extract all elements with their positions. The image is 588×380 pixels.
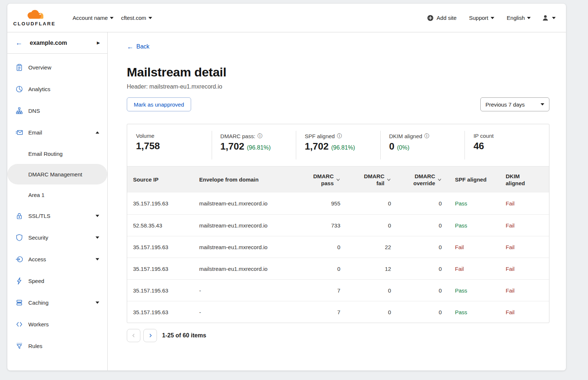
table-row[interactable]: 35.157.195.63 - 7 0 0 Pass Fail: [127, 279, 549, 301]
sidebar-item-analytics[interactable]: Analytics: [7, 78, 107, 100]
sidebar-item-email[interactable]: Email: [7, 122, 107, 143]
stat-label: Volume: [136, 133, 154, 139]
sidebar-item-label: DMARC Management: [28, 171, 99, 178]
info-icon[interactable]: ⓘ: [337, 133, 342, 139]
column-spf-aligned: SPF aligned: [444, 166, 499, 193]
table-row[interactable]: 35.157.195.63 mailstream-eu1.mxrecord.io…: [127, 193, 549, 214]
cell-dkim-aligned: Fail: [499, 280, 549, 301]
mark-as-unapproved-button[interactable]: Mark as unapproved: [127, 97, 191, 111]
cell-dmarc-pass: 7: [309, 280, 343, 301]
stat-label: DKIM aligned: [389, 133, 422, 139]
lock-icon: [15, 212, 23, 220]
table-row[interactable]: 35.157.195.63 mailstream-eu1.mxrecord.io…: [127, 236, 549, 258]
date-range-select[interactable]: Previous 7 days: [480, 97, 549, 111]
chevron-down-icon: [96, 301, 99, 304]
cell-spf-aligned: Fail: [444, 236, 499, 258]
main-content: ← Back Mailstream detail Header: mailstr…: [108, 32, 566, 370]
info-icon[interactable]: ⓘ: [258, 133, 263, 139]
chevron-down-icon: [541, 103, 544, 105]
cell-dmarc-fail: 0: [343, 215, 393, 236]
sidebar-item-workers[interactable]: Workers: [7, 313, 107, 335]
cell-envelope-from-domain: mailstream-eu1.mxrecord.io: [199, 193, 309, 214]
user-icon: [542, 14, 549, 22]
chevron-down-icon: [96, 215, 99, 217]
info-icon[interactable]: ⓘ: [424, 133, 430, 139]
support-menu[interactable]: Support: [465, 12, 498, 24]
column-dmarc-fail[interactable]: DMARC fail: [343, 166, 393, 193]
app-window: CLOUDFLARE Account name cftest.com Add s…: [7, 4, 566, 370]
chevron-down-icon: [96, 258, 99, 261]
table-row[interactable]: 35.157.195.63 mailstream-eu1.mxrecord.io…: [127, 258, 549, 279]
cell-dmarc-fail: 0: [343, 280, 393, 301]
cell-dmarc-fail: 0: [343, 193, 393, 214]
stat-label: DMARC pass:: [220, 133, 255, 139]
sidebar-item-label: Analytics: [28, 86, 99, 92]
sidebar-item-dmarc-management[interactable]: DMARC Management: [7, 164, 107, 184]
sidebar-item-rules[interactable]: Rules: [7, 335, 107, 357]
site-selector-menu[interactable]: cftest.com: [117, 12, 155, 24]
sidebar-item-label: Rules: [28, 343, 99, 349]
chevron-down-icon: [552, 17, 556, 19]
column-dmarc-pass[interactable]: DMARC pass: [309, 166, 343, 193]
expand-right-icon[interactable]: ▶: [97, 40, 100, 45]
table-header-row: Source IP Envelope from domain DMARC pas…: [127, 166, 549, 193]
previous-page-button[interactable]: [127, 329, 140, 342]
back-link[interactable]: ← Back: [127, 43, 150, 50]
chevron-down-icon: [96, 236, 99, 239]
sidebar-item-label: Email Routing: [28, 151, 99, 157]
sidebar-item-overview[interactable]: Overview: [7, 57, 107, 78]
sidebar-item-label: Caching: [28, 300, 96, 306]
add-site-label: Add site: [437, 15, 456, 21]
table-row[interactable]: 52.58.35.43 mailstream-eu1.mxrecord.io 7…: [127, 214, 549, 236]
stat-percentage: (96.81%): [331, 144, 355, 151]
cloudflare-wordmark: CLOUDFLARE: [13, 21, 56, 26]
sidebar-item-email-routing[interactable]: Email Routing: [7, 143, 107, 164]
user-account-menu[interactable]: [539, 11, 558, 25]
column-label: DMARC override: [409, 173, 435, 187]
clipboard-icon: [15, 64, 23, 71]
cell-dmarc-pass: 0: [309, 258, 343, 279]
table-row[interactable]: 35.157.195.63 - 7 0 0 Pass Fail: [127, 301, 549, 323]
sidebar-item-dns[interactable]: DNS: [7, 100, 107, 122]
sidebar-item-label: DNS: [28, 108, 99, 114]
stats-row: Volume 1,758 DMARC pass: ⓘ 1,702 (96.81%…: [127, 124, 549, 166]
add-site-button[interactable]: Add site: [423, 12, 460, 24]
cloudflare-logo[interactable]: CLOUDFLARE: [13, 9, 56, 26]
account-name-menu[interactable]: Account name: [69, 12, 118, 24]
cell-dkim-aligned: Fail: [499, 193, 549, 214]
cell-dmarc-override: 0: [393, 236, 444, 258]
sort-chevron-icon[interactable]: [386, 177, 392, 183]
sidebar-item-area-1[interactable]: Area 1: [7, 184, 107, 205]
email-icon: [15, 129, 23, 136]
sidebar-site-header[interactable]: ← example.com ▶: [7, 32, 107, 54]
back-arrow-icon: ←: [127, 43, 133, 50]
column-source-ip: Source IP: [127, 166, 199, 193]
sort-chevron-icon[interactable]: [335, 177, 341, 183]
back-arrow-icon[interactable]: ←: [15, 39, 22, 46]
cell-envelope-from-domain: mailstream-eu1.mxrecord.io: [199, 236, 309, 258]
stat-value: 46: [473, 140, 484, 152]
cell-spf-aligned: Pass: [444, 280, 499, 301]
column-envelope-from-domain: Envelope from domain: [199, 166, 309, 193]
support-label: Support: [469, 15, 488, 21]
sidebar-site-name: example.com: [30, 40, 97, 46]
plus-circle-icon: [427, 15, 434, 21]
sidebar-item-speed[interactable]: Speed: [7, 270, 107, 292]
next-page-button[interactable]: [143, 329, 157, 342]
chevron-left-icon: [131, 333, 136, 338]
sidebar-item-label: Workers: [28, 321, 99, 327]
sort-chevron-icon[interactable]: [437, 177, 442, 183]
cell-dmarc-pass: 733: [309, 215, 343, 236]
cell-dmarc-fail: 22: [343, 236, 393, 258]
language-menu[interactable]: English: [503, 12, 534, 24]
cell-source-ip: 35.157.195.63: [127, 258, 199, 279]
sidebar-item-access[interactable]: Access: [7, 248, 107, 270]
column-dmarc-override[interactable]: DMARC override: [393, 166, 444, 193]
sidebar-item-caching[interactable]: Caching: [7, 292, 107, 313]
stat-ip-count: IP count 46: [465, 124, 549, 166]
sidebar-item-security[interactable]: Security: [7, 227, 107, 248]
cell-dmarc-pass: 955: [309, 193, 343, 214]
sidebar-item-ssl-tls[interactable]: SSL/TLS: [7, 205, 107, 227]
page-subtitle: Header: mailstream-eu1.mxrecord.io: [127, 83, 549, 91]
sidebar-item-label: Area 1: [28, 192, 99, 198]
